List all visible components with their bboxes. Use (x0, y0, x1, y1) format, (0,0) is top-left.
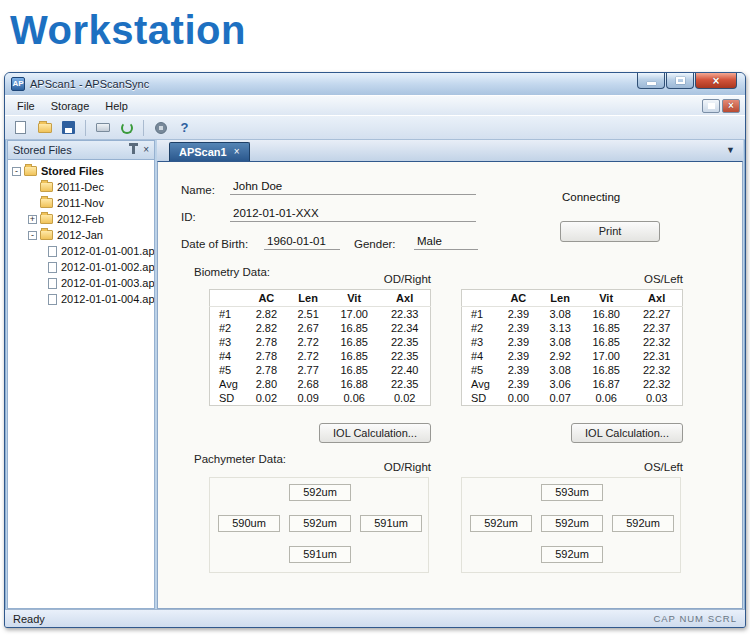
pachy-od-center-field[interactable]: 592um (289, 515, 351, 532)
app-window: AP APScan1 - APScanSync × File Storage H… (4, 72, 746, 628)
tab-close-icon[interactable]: × (234, 147, 240, 157)
tree-toggle-icon[interactable]: - (12, 167, 21, 176)
pachy-od-top-field[interactable]: 592um (289, 484, 351, 501)
save-icon (62, 121, 75, 134)
table-row: Avg 2.39 3.06 16.87 22.32 (462, 377, 683, 391)
toolbar-separator (85, 120, 86, 136)
id-field[interactable]: 2012-01-01-XXX (230, 206, 476, 222)
cell: 0.09 (287, 391, 329, 406)
cell: 2.68 (287, 377, 329, 391)
menu-storage[interactable]: Storage (43, 98, 98, 114)
file-icon (48, 246, 57, 257)
help-icon: ? (181, 120, 189, 135)
col-header: AC (498, 290, 540, 307)
col-header-blank (210, 290, 246, 307)
cell: 16.80 (581, 307, 631, 322)
table-row: #1 2.39 3.08 16.80 22.27 (462, 307, 683, 322)
row-label: #1 (210, 307, 246, 322)
print-button[interactable]: Print (560, 221, 660, 242)
pachy-os-left-field[interactable]: 592um (470, 515, 532, 532)
tree-root-stored-files[interactable]: - Stored Files (8, 163, 154, 179)
pachy-os-top-field[interactable]: 593um (541, 484, 603, 501)
iol-calculation-button-os[interactable]: IOL Calculation... (571, 423, 683, 443)
name-field[interactable]: John Doe (230, 179, 476, 195)
col-header-blank (462, 290, 498, 307)
tree-file-aps-001[interactable]: 2012-01-01-001.aps (8, 243, 154, 259)
cell: 2.51 (287, 307, 329, 322)
tree-folder-2011-dec[interactable]: 2011-Dec (8, 179, 154, 195)
tree-item-label: 2012-01-01-002.aps (61, 261, 155, 273)
col-header: Len (539, 290, 581, 307)
row-label: #2 (210, 321, 246, 335)
cell: 22.37 (631, 321, 682, 335)
dob-field[interactable]: 1960-01-01 (264, 234, 340, 250)
pachy-os-center-field[interactable]: 592um (541, 515, 603, 532)
pin-icon[interactable] (132, 146, 135, 154)
table-row: #4 2.39 2.92 17.00 22.31 (462, 349, 683, 363)
cell: 2.39 (498, 321, 540, 335)
toolbar-separator (143, 120, 144, 136)
iol-calculation-button-od[interactable]: IOL Calculation... (319, 423, 431, 443)
status-lock-keys: CAP NUM SCRL (653, 613, 737, 624)
new-file-button[interactable] (10, 117, 31, 138)
pachy-os-right-field[interactable]: 592um (612, 515, 674, 532)
child-restore-button[interactable] (702, 99, 720, 113)
child-close-button[interactable]: × (722, 99, 740, 113)
row-label: #3 (462, 335, 498, 349)
menu-help[interactable]: Help (97, 98, 136, 114)
tree-folder-2012-jan[interactable]: - 2012-Jan (8, 227, 154, 243)
pachy-os-bottom-field[interactable]: 592um (541, 546, 603, 563)
row-label: #2 (462, 321, 498, 335)
save-button[interactable] (58, 117, 79, 138)
status-ready: Ready (13, 613, 45, 625)
pachy-od-right-field[interactable]: 591um (360, 515, 422, 532)
tab-list-dropdown-icon[interactable]: ▼ (726, 145, 735, 155)
cell: 17.00 (581, 349, 631, 363)
cell: 2.39 (498, 307, 540, 322)
app-icon: AP (11, 77, 25, 91)
close-button[interactable]: × (695, 73, 737, 89)
folder-icon (24, 166, 37, 176)
tab-apscan1[interactable]: APScan1 × (169, 142, 250, 161)
cell: 16.85 (329, 349, 379, 363)
tree-expand-icon[interactable]: + (28, 215, 37, 224)
tree-file-aps-004[interactable]: 2012-01-01-004.aps (8, 291, 154, 307)
col-header: Len (287, 290, 329, 307)
tree-file-aps-003[interactable]: 2012-01-01-003.aps (8, 275, 154, 291)
panel-close-icon[interactable]: × (143, 145, 149, 155)
table-row: #2 2.39 3.13 16.85 22.37 (462, 321, 683, 335)
maximize-button[interactable] (666, 73, 694, 89)
title-bar[interactable]: AP APScan1 - APScanSync × (5, 73, 745, 95)
os-left-label: OS/Left (461, 461, 683, 473)
cell: 3.13 (539, 321, 581, 335)
help-button[interactable]: ? (174, 117, 195, 138)
refresh-button[interactable] (116, 117, 137, 138)
cell: 0.07 (539, 391, 581, 406)
stored-files-tree: - Stored Files 2011-Dec 2011-Nov + (7, 160, 155, 609)
row-label: #5 (210, 363, 246, 377)
tree-folder-2011-nov[interactable]: 2011-Nov (8, 195, 154, 211)
table-row: SD 0.02 0.09 0.06 0.02 (210, 391, 431, 406)
table-row: #5 2.39 3.08 16.85 22.32 (462, 363, 683, 377)
cell: 2.39 (498, 335, 540, 349)
stored-files-panel-title: Stored Files (13, 144, 72, 156)
minimize-button[interactable] (637, 73, 665, 89)
settings-button[interactable] (150, 117, 171, 138)
tab-strip: APScan1 × ▼ (157, 140, 743, 161)
pachy-od-left-field[interactable]: 590um (218, 515, 280, 532)
tab-label: APScan1 (179, 146, 227, 158)
print-toolbar-button[interactable] (92, 117, 113, 138)
tree-item-label: 2012-Jan (57, 229, 103, 241)
status-bar: Ready CAP NUM SCRL (5, 609, 745, 627)
open-button[interactable] (34, 117, 55, 138)
pachymeter-group-od: 592um 590um 592um 591um 591um (209, 477, 429, 573)
cell: 22.32 (631, 377, 682, 391)
col-header: Vit (581, 290, 631, 307)
tree-file-aps-002[interactable]: 2012-01-01-002.aps (8, 259, 154, 275)
gender-field[interactable]: Male (414, 234, 478, 250)
tree-collapse-icon[interactable]: - (28, 231, 37, 240)
pachy-od-bottom-field[interactable]: 591um (289, 546, 351, 563)
restore-icon (708, 103, 715, 109)
tree-folder-2012-feb[interactable]: + 2012-Feb (8, 211, 154, 227)
menu-file[interactable]: File (9, 98, 43, 114)
